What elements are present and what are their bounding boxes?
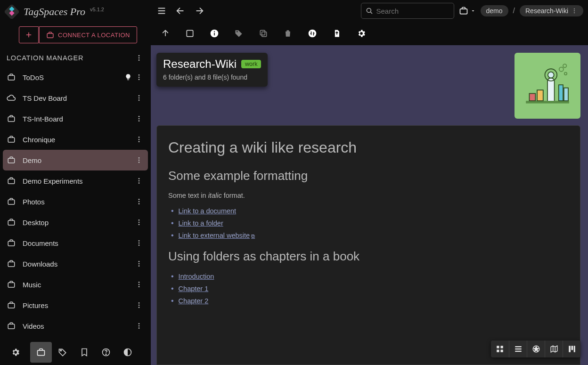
top-bar: demo / Research-Wiki <box>151 0 588 22</box>
chapter-link[interactable]: Chapter 2 <box>179 297 209 305</box>
chevron-more-icon <box>571 8 578 14</box>
svg-point-45 <box>139 265 140 267</box>
sidebar-item-demo[interactable]: Demo <box>3 150 148 170</box>
svg-point-6 <box>139 59 140 61</box>
svg-point-56 <box>139 325 140 327</box>
sidebar-item-menu[interactable] <box>134 196 144 207</box>
breadcrumb-root[interactable]: demo <box>481 5 508 16</box>
sidebar-item-music[interactable]: Music <box>0 274 151 295</box>
delete-button[interactable] <box>282 27 294 40</box>
go-up-button[interactable] <box>159 27 172 40</box>
external-link[interactable]: Link to external website⧉ <box>179 232 255 239</box>
sort-button[interactable] <box>306 27 318 40</box>
gallery-view-button[interactable] <box>527 341 545 357</box>
sidebar-item-menu[interactable] <box>134 321 144 331</box>
sidebar-item-downloads[interactable]: Downloads <box>0 253 151 274</box>
svg-rect-89 <box>497 350 499 352</box>
list-item: Chapter 1 <box>171 284 569 293</box>
location-manager-menu[interactable] <box>134 53 144 63</box>
list-view-button[interactable] <box>509 341 527 357</box>
back-button[interactable] <box>174 5 187 17</box>
sidebar-item-menu[interactable] <box>134 155 144 165</box>
sidebar-item-menu[interactable] <box>134 114 144 124</box>
work-bag-icon <box>7 239 16 247</box>
copy-button[interactable] <box>257 27 270 40</box>
folder-tag[interactable]: work <box>241 60 261 68</box>
theme-toggle-button[interactable] <box>117 342 139 363</box>
locations-tab-button[interactable] <box>30 342 52 363</box>
grid-view-button[interactable] <box>491 341 509 357</box>
svg-rect-7 <box>8 75 15 80</box>
sidebar-item-pictures[interactable]: Pictures <box>0 295 151 316</box>
add-location-button[interactable] <box>19 26 39 43</box>
doc-link[interactable]: Link to a document <box>179 207 237 215</box>
folder-description-panel[interactable]: Creating a wiki like research Some examp… <box>156 125 580 365</box>
sidebar-item-menu[interactable] <box>134 300 144 310</box>
sidebar-item-ts-int-board[interactable]: TS-Int-Board <box>0 108 151 129</box>
svg-point-44 <box>139 263 140 265</box>
settings-button[interactable] <box>5 342 26 363</box>
sidebar-item-menu[interactable] <box>134 238 144 248</box>
connect-location-button[interactable]: CONNECT A LOCATION <box>39 26 137 43</box>
sidebar-item-menu[interactable] <box>134 72 144 82</box>
chapter-link[interactable]: Introduction <box>179 273 214 280</box>
svg-point-25 <box>139 162 140 163</box>
kanban-view-button[interactable] <box>563 341 580 357</box>
forward-button[interactable] <box>193 5 205 17</box>
sidebar-item-menu[interactable] <box>134 217 144 227</box>
list-item: Link to a document <box>171 207 569 215</box>
work-bag-icon <box>7 73 16 81</box>
location-manager-header: LOCATION MANAGER <box>0 47 151 67</box>
sidebar-item-menu[interactable] <box>134 93 144 103</box>
menu-button[interactable] <box>155 5 168 17</box>
tag-button[interactable] <box>233 27 245 40</box>
svg-point-23 <box>139 157 140 159</box>
sidebar-item-menu[interactable] <box>134 259 144 269</box>
search-input[interactable] <box>376 7 450 15</box>
properties-button[interactable] <box>208 27 220 40</box>
sidebar-item-todos[interactable]: ToDoS <box>0 67 151 88</box>
map-view-button[interactable] <box>545 341 563 357</box>
sidebar-item-menu[interactable] <box>134 134 144 145</box>
content-paragraph: Some text in italic format. <box>168 192 569 199</box>
svg-point-20 <box>139 139 140 140</box>
chapter-link[interactable]: Chapter 1 <box>179 285 209 292</box>
sidebar-item-demo-experiments[interactable]: Demo Experiments <box>0 170 151 191</box>
external-icon: ⧉ <box>251 233 255 239</box>
svg-rect-58 <box>38 350 45 355</box>
sidebar-item-photos[interactable]: Photos <box>0 191 151 212</box>
folder-link[interactable]: Link to a folder <box>179 219 223 227</box>
sidebar-item-menu[interactable] <box>134 279 144 290</box>
sidebar-item-ts-dev-board[interactable]: TS Dev Board <box>0 88 151 108</box>
breadcrumb-separator: / <box>513 7 515 15</box>
folder-settings-button[interactable] <box>355 27 368 40</box>
breadcrumb-current[interactable]: Research-Wiki <box>520 5 583 16</box>
sidebar-item-chronique[interactable]: Chronique <box>0 129 151 150</box>
bookmarks-tab-button[interactable] <box>74 342 95 363</box>
svg-rect-93 <box>515 351 522 352</box>
sidebar-item-label: Photos <box>23 198 127 206</box>
connect-label: CONNECT A LOCATION <box>58 32 130 39</box>
select-toggle-button[interactable] <box>184 27 196 40</box>
canvas: Research-Wiki work 6 folder(s) and 8 fil… <box>151 45 588 365</box>
svg-point-72 <box>237 31 238 32</box>
sidebar-item-desktop[interactable]: Desktop <box>0 212 151 233</box>
sidebar-item-menu[interactable] <box>134 176 144 186</box>
sidebar-item-label: Music <box>23 281 127 289</box>
svg-point-55 <box>139 323 140 324</box>
svg-rect-3 <box>47 33 53 37</box>
search-box[interactable] <box>361 3 454 19</box>
sidebar-item-videos[interactable]: Videos <box>0 316 151 336</box>
svg-rect-95 <box>569 346 571 352</box>
svg-point-9 <box>139 77 140 78</box>
tags-tab-button[interactable] <box>52 342 74 363</box>
svg-rect-54 <box>8 324 15 329</box>
import-button[interactable] <box>331 27 343 40</box>
help-button[interactable] <box>95 342 117 363</box>
sidebar-item-label: Chronique <box>23 136 127 144</box>
svg-point-15 <box>139 116 140 117</box>
location-selector[interactable] <box>459 6 476 16</box>
svg-rect-81 <box>564 88 568 101</box>
sidebar-item-documents[interactable]: Documents <box>0 233 151 253</box>
work-bag-icon <box>7 280 16 289</box>
